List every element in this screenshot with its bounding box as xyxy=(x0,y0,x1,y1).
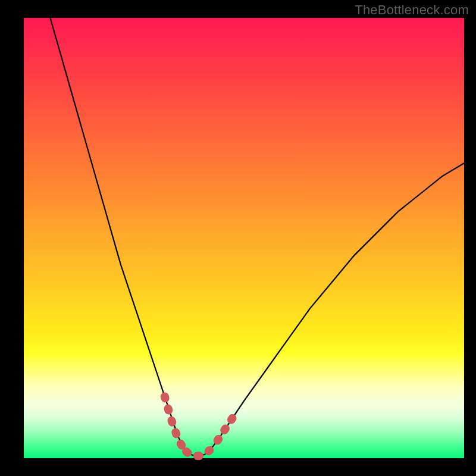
curve-svg xyxy=(24,18,464,458)
plot-area xyxy=(24,18,464,458)
bottleneck-curve xyxy=(50,18,464,456)
highlight-segment-left xyxy=(165,396,186,452)
highlight-segment-right xyxy=(218,414,236,440)
highlight-segment-bottom xyxy=(186,450,209,456)
chart-frame: TheBottleneck.com xyxy=(0,0,476,476)
watermark-text: TheBottleneck.com xyxy=(355,2,469,18)
